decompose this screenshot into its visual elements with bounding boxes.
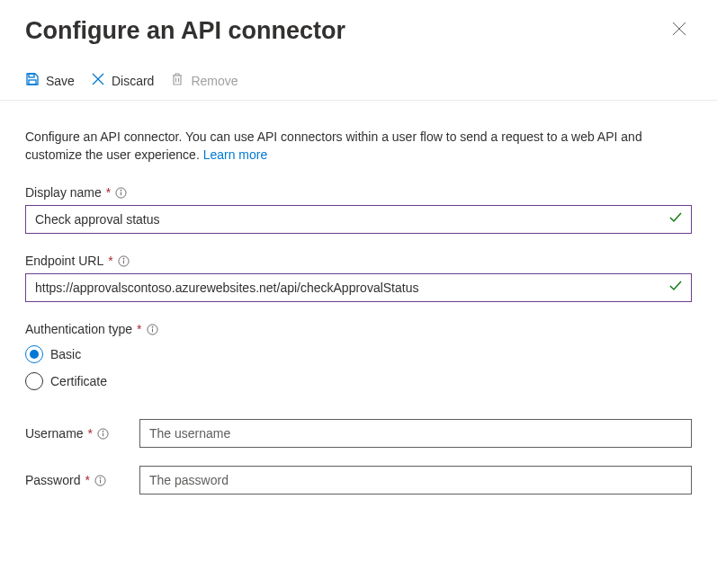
display-name-label: Display name: [25, 185, 102, 200]
discard-label: Discard: [112, 74, 154, 88]
required-indicator: *: [85, 473, 89, 487]
info-icon[interactable]: [97, 428, 109, 440]
svg-point-22: [100, 477, 101, 478]
display-name-input[interactable]: [25, 205, 692, 234]
save-label: Save: [46, 74, 75, 88]
auth-type-label: Authentication type: [25, 322, 132, 336]
info-icon[interactable]: [115, 187, 127, 199]
info-icon[interactable]: [94, 475, 106, 486]
check-icon: [668, 279, 683, 297]
auth-type-certificate-radio[interactable]: Certificate: [25, 372, 692, 390]
svg-rect-2: [29, 74, 34, 77]
remove-label: Remove: [191, 74, 238, 88]
required-indicator: *: [137, 322, 141, 336]
required-indicator: *: [106, 185, 111, 200]
endpoint-url-label: Endpoint URL: [25, 254, 103, 268]
password-label: Password: [25, 473, 80, 487]
svg-point-16: [152, 326, 153, 327]
description-body: Configure an API connector. You can use …: [25, 129, 642, 162]
svg-point-13: [123, 258, 124, 259]
trash-icon: [170, 72, 184, 89]
discard-button[interactable]: Discard: [91, 72, 154, 89]
radio-circle: [25, 345, 43, 363]
username-label: Username: [25, 426, 84, 441]
username-input[interactable]: [139, 419, 692, 448]
radio-dot: [30, 350, 39, 359]
svg-rect-3: [29, 80, 36, 85]
radio-label-certificate: Certificate: [50, 374, 107, 388]
page-title: Configure an API connector: [25, 17, 345, 45]
description-text: Configure an API connector. You can use …: [25, 128, 692, 164]
radio-circle: [25, 372, 43, 390]
svg-point-10: [121, 190, 121, 191]
endpoint-url-input[interactable]: [25, 273, 692, 302]
remove-button: Remove: [170, 72, 238, 89]
learn-more-link[interactable]: Learn more: [203, 147, 268, 162]
save-button[interactable]: Save: [25, 72, 75, 89]
close-button[interactable]: [667, 16, 692, 45]
password-input[interactable]: [139, 466, 692, 494]
close-icon: [672, 23, 686, 39]
auth-type-basic-radio[interactable]: Basic: [25, 345, 692, 363]
discard-icon: [91, 72, 105, 89]
svg-point-19: [103, 431, 103, 432]
check-icon: [668, 210, 683, 228]
save-icon: [25, 72, 40, 89]
required-indicator: *: [108, 254, 112, 268]
required-indicator: *: [88, 426, 93, 441]
radio-label-basic: Basic: [50, 347, 81, 361]
info-icon[interactable]: [118, 255, 130, 267]
info-icon[interactable]: [147, 324, 158, 335]
